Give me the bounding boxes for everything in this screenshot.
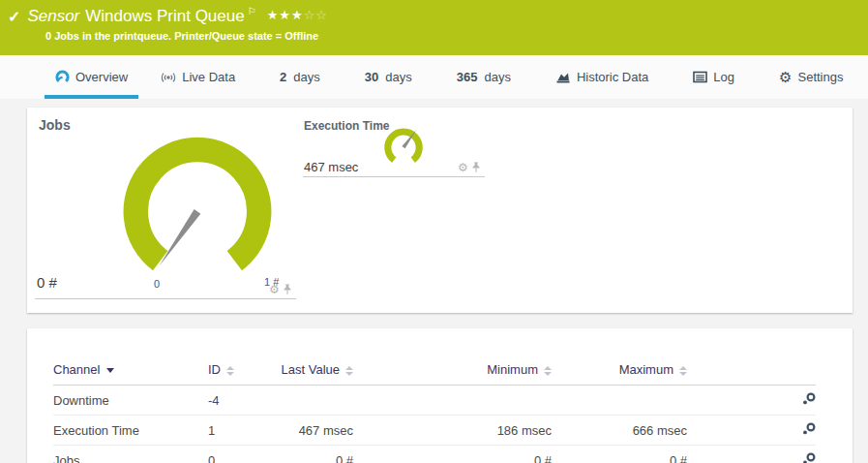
tab-2-days[interactable]: 2 days: [263, 55, 337, 99]
channel-last-value: 467 msec: [256, 416, 353, 446]
pin-icon[interactable]: [471, 162, 481, 173]
tab-365-days[interactable]: 365 days: [440, 55, 527, 99]
channel-id: 1: [208, 416, 256, 446]
tab-label: Overview: [75, 70, 128, 84]
channel-minimum: [353, 386, 552, 416]
flag-icon: ⚐: [248, 6, 256, 16]
sensor-kind-label: Sensor: [27, 7, 79, 26]
gear-icon: ⚙: [779, 69, 792, 86]
tab-label: days: [385, 70, 411, 84]
gauge-settings-icon[interactable]: ⚙: [269, 284, 280, 295]
sensor-header: ✓ Sensor Windows Print Queue ⚐ ★★★☆☆ 0 J…: [0, 0, 868, 55]
column-header-last-value[interactable]: Last Value: [256, 357, 353, 386]
table-row[interactable]: Execution Time 1 467 msec 186 msec 666 m…: [53, 416, 816, 446]
log-list-icon: [693, 71, 707, 83]
status-check-icon: ✓: [8, 8, 20, 26]
channel-last-value: 0 #: [256, 446, 353, 463]
channels-table: Channel ID Last Value Minimum Maximum Do…: [53, 357, 816, 463]
tab-number: 365: [457, 70, 478, 84]
channel-minimum: 0 #: [353, 446, 552, 463]
table-row[interactable]: Downtime -4: [53, 386, 816, 416]
sort-icon: [345, 366, 353, 376]
tab-number: 2: [280, 70, 286, 84]
jobs-gauge-title: Jobs: [39, 117, 71, 133]
tab-label: Log: [713, 70, 734, 84]
gauge-icon: [55, 70, 70, 84]
sort-icon: [544, 366, 552, 376]
column-header-id[interactable]: ID: [208, 357, 256, 386]
page-title: Windows Print Queue: [85, 7, 244, 26]
divider: [35, 298, 296, 299]
channel-settings-icon[interactable]: [802, 392, 816, 405]
content-area: Jobs 0 1 # 0 # ⚙ Execution Time 467 msec…: [0, 99, 868, 463]
broadcast-icon: [161, 71, 176, 84]
column-header-channel[interactable]: Channel: [53, 357, 208, 386]
tab-30-days[interactable]: 30 days: [348, 55, 429, 99]
jobs-gauge: [103, 121, 292, 283]
channel-maximum: 666 msec: [552, 416, 687, 446]
divider: [303, 176, 485, 177]
sort-desc-icon: [106, 368, 114, 373]
jobs-gauge-value: 0 #: [37, 274, 57, 291]
tab-number: 30: [365, 70, 378, 84]
tab-label: days: [293, 70, 319, 84]
gauge-settings-icon[interactable]: ⚙: [458, 162, 468, 173]
execution-time-gauge: [377, 123, 430, 175]
stars-filled[interactable]: ★★★: [267, 8, 304, 22]
tab-live-data[interactable]: Live Data: [144, 55, 252, 99]
tab-label: Settings: [798, 70, 844, 84]
channel-last-value: [256, 386, 353, 416]
tab-label: days: [484, 70, 510, 84]
tab-historic-data[interactable]: Historic Data: [539, 55, 665, 99]
channel-id: -4: [208, 386, 256, 416]
channel-settings-icon[interactable]: [802, 422, 816, 435]
tab-log[interactable]: Log: [676, 55, 751, 99]
sort-icon: [679, 366, 687, 376]
priority-stars[interactable]: ★★★☆☆: [267, 8, 328, 22]
tab-label: Historic Data: [577, 70, 648, 84]
tab-settings[interactable]: ⚙ Settings: [763, 55, 859, 99]
pin-icon[interactable]: [283, 284, 292, 295]
column-header-minimum[interactable]: Minimum: [353, 357, 552, 386]
channel-name: Downtime: [53, 386, 208, 416]
table-header-row: Channel ID Last Value Minimum Maximum: [53, 357, 816, 386]
channel-id: 0: [208, 446, 256, 463]
channel-maximum: [552, 386, 687, 416]
execution-time-gauge-value: 467 msec: [304, 160, 358, 174]
jobs-gauge-scale-min: 0: [154, 278, 160, 290]
gauges-panel: Jobs 0 1 # 0 # ⚙ Execution Time 467 msec…: [27, 108, 853, 313]
stars-empty[interactable]: ☆☆: [304, 8, 328, 22]
channels-panel: Channel ID Last Value Minimum Maximum Do…: [27, 328, 853, 463]
chart-icon: [555, 71, 571, 84]
channel-name: Jobs: [53, 446, 208, 463]
channel-maximum: 0 #: [552, 446, 687, 463]
tab-bar: Overview Live Data 2 days 30 days 365 da…: [0, 55, 868, 99]
table-row[interactable]: Jobs 0 0 # 0 # 0 #: [53, 446, 816, 463]
sort-icon: [226, 366, 234, 376]
sensor-status-message: 0 Jobs in the printqueue. Printer/Queue …: [45, 30, 868, 42]
channel-minimum: 186 msec: [353, 416, 552, 446]
tab-overview[interactable]: Overview: [39, 55, 144, 99]
column-header-maximum[interactable]: Maximum: [552, 357, 687, 386]
channel-settings-icon[interactable]: [802, 452, 816, 463]
channel-name: Execution Time: [53, 416, 208, 446]
tab-label: Live Data: [182, 70, 235, 84]
